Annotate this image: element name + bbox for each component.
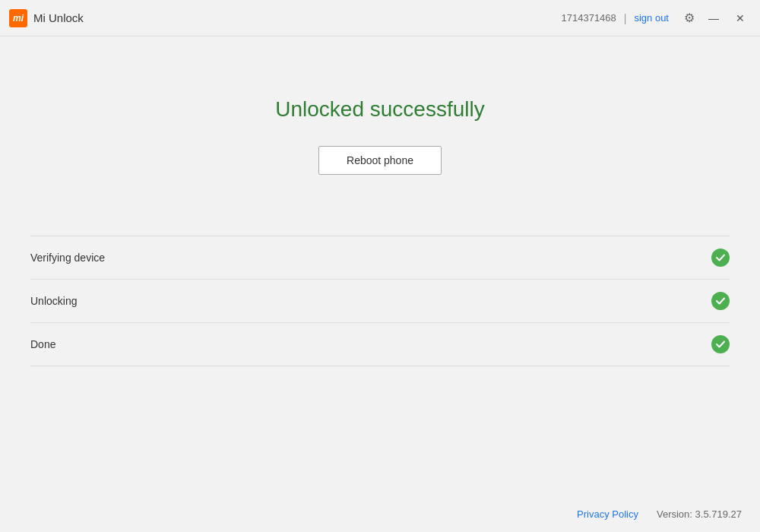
success-title: Unlocked successfully (275, 97, 484, 122)
divider: | (624, 12, 627, 24)
step-row: Done (30, 322, 730, 366)
mi-logo: mi (9, 9, 27, 27)
privacy-policy-link[interactable]: Privacy Policy (577, 508, 638, 520)
check-icon-done (711, 335, 730, 353)
app-title: Mi Unlock (33, 11, 84, 24)
minimize-icon: — (708, 12, 719, 24)
steps-section: Verifying device Unlocking Done (0, 236, 760, 366)
window-controls: ⚙ — ✕ (681, 8, 751, 28)
title-bar: mi Mi Unlock 1714371468 | sign out ⚙ — ✕ (0, 0, 760, 36)
title-bar-right: 1714371468 | sign out ⚙ — ✕ (562, 8, 752, 28)
close-icon: ✕ (736, 12, 745, 24)
settings-button[interactable]: ⚙ (681, 8, 698, 28)
version-text: Version: 3.5.719.27 (657, 508, 742, 520)
checkmark-icon (715, 339, 726, 350)
checkmark-icon (715, 296, 726, 306)
sign-out-link[interactable]: sign out (634, 12, 669, 24)
minimize-button[interactable]: — (702, 9, 725, 27)
footer: Privacy Policy Version: 3.5.719.27 (577, 508, 742, 520)
step-label-unlocking: Unlocking (30, 295, 77, 307)
checkmark-icon (715, 252, 726, 263)
user-id: 1714371468 (562, 12, 616, 24)
step-label-done: Done (30, 338, 55, 350)
check-icon-unlocking (711, 292, 730, 310)
check-icon-verifying (711, 249, 730, 267)
gear-icon: ⚙ (684, 11, 695, 25)
reboot-button[interactable]: Reboot phone (318, 146, 442, 175)
close-button[interactable]: ✕ (730, 9, 751, 27)
main-content: Unlocked successfully Reboot phone (0, 36, 760, 175)
title-bar-left: mi Mi Unlock (9, 9, 84, 27)
step-row: Verifying device (30, 236, 730, 279)
step-row: Unlocking (30, 279, 730, 322)
step-label-verifying: Verifying device (30, 252, 105, 264)
